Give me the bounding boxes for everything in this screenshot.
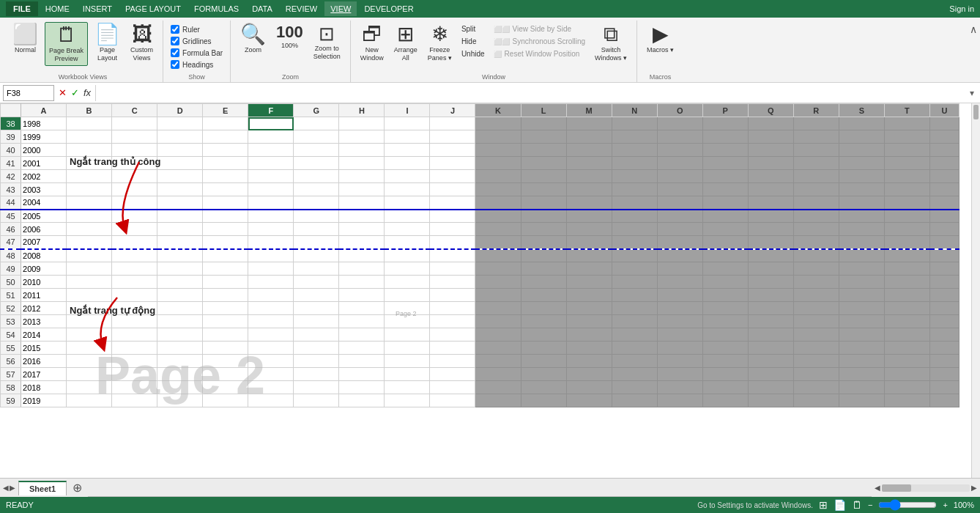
cell-R58[interactable] <box>793 381 839 394</box>
cell-L57[interactable] <box>521 368 566 381</box>
ribbon-btn-reset-window[interactable]: ⬜ Reset Window Position <box>491 48 589 59</box>
ribbon-btn-custom-views[interactable]: 🖼 CustomViews <box>127 22 157 64</box>
cell-R46[interactable] <box>793 223 839 236</box>
cell-P51[interactable] <box>702 289 748 302</box>
cell-Q59[interactable] <box>748 394 793 407</box>
sheet-scroll-right-icon[interactable]: ▶ <box>10 484 15 492</box>
cell-B42[interactable] <box>67 170 112 183</box>
cell-K45[interactable] <box>475 210 521 223</box>
cell-A55[interactable]: 2015 <box>21 342 67 355</box>
cell-P58[interactable] <box>702 381 748 394</box>
cell-M59[interactable] <box>566 394 612 407</box>
cell-B49[interactable] <box>67 262 112 276</box>
cell-L49[interactable] <box>521 262 566 276</box>
cell-I41[interactable] <box>385 157 430 170</box>
cell-K53[interactable] <box>475 315 521 328</box>
cell-E38[interactable] <box>203 117 248 130</box>
cell-J59[interactable] <box>430 394 475 407</box>
cell-C50[interactable] <box>112 276 157 289</box>
cell-B58[interactable] <box>67 381 112 394</box>
cell-R52[interactable] <box>793 302 839 315</box>
cell-O51[interactable] <box>657 289 702 302</box>
cell-J52[interactable] <box>430 302 475 315</box>
cell-P46[interactable] <box>702 223 748 236</box>
cell-C58[interactable] <box>112 381 157 394</box>
cell-R54[interactable] <box>793 328 839 342</box>
cell-I44[interactable] <box>385 196 430 210</box>
cell-R43[interactable] <box>793 183 839 196</box>
cell-S56[interactable] <box>839 355 884 368</box>
cell-N53[interactable] <box>612 315 657 328</box>
ruler-checkbox-label[interactable]: Ruler <box>169 24 201 34</box>
cell-L45[interactable] <box>521 210 566 223</box>
cell-N44[interactable] <box>612 196 657 210</box>
cell-Q52[interactable] <box>748 302 793 315</box>
cell-B38[interactable] <box>67 117 112 130</box>
cell-S54[interactable] <box>839 328 884 342</box>
cell-U43[interactable] <box>929 183 959 196</box>
ribbon-btn-zoom-100[interactable]: 100 100% <box>272 22 307 52</box>
cell-B55[interactable] <box>67 342 112 355</box>
cell-C52[interactable] <box>112 302 157 315</box>
scrollbar-thumb[interactable] <box>973 105 979 119</box>
cell-N55[interactable] <box>612 342 657 355</box>
cell-U47[interactable] <box>929 236 959 249</box>
cell-M55[interactable] <box>566 342 612 355</box>
cell-Q43[interactable] <box>748 183 793 196</box>
cell-D50[interactable] <box>157 276 203 289</box>
cell-H47[interactable] <box>339 236 385 249</box>
cell-G54[interactable] <box>294 328 339 342</box>
ribbon-collapse-icon[interactable]: ∧ <box>970 23 977 35</box>
cell-F40[interactable] <box>248 144 294 157</box>
cell-U57[interactable] <box>929 368 959 381</box>
cell-H43[interactable] <box>339 183 385 196</box>
formula-bar-checkbox-label[interactable]: Formula Bar <box>169 48 224 58</box>
cell-S40[interactable] <box>839 144 884 157</box>
ribbon-btn-page-layout[interactable]: 📄 PageLayout <box>91 22 124 64</box>
cell-I43[interactable] <box>385 183 430 196</box>
cell-R44[interactable] <box>793 196 839 210</box>
cell-I55[interactable] <box>385 342 430 355</box>
cell-B45[interactable] <box>67 210 112 223</box>
cell-F50[interactable] <box>248 276 294 289</box>
cell-H38[interactable] <box>339 117 385 130</box>
cell-K42[interactable] <box>475 170 521 183</box>
cell-U42[interactable] <box>929 170 959 183</box>
cell-D43[interactable] <box>157 183 203 196</box>
cell-K49[interactable] <box>475 262 521 276</box>
cell-Q47[interactable] <box>748 236 793 249</box>
ribbon-btn-zoom-selection[interactable]: ⊡ Zoom toSelection <box>310 22 344 63</box>
cell-T57[interactable] <box>884 368 929 381</box>
cell-H53[interactable] <box>339 315 385 328</box>
cell-F39[interactable] <box>248 130 294 144</box>
cell-C44[interactable] <box>112 196 157 210</box>
cell-C41[interactable] <box>112 157 157 170</box>
cell-T40[interactable] <box>884 144 929 157</box>
cell-T47[interactable] <box>884 236 929 249</box>
ribbon-btn-split[interactable]: Split <box>459 23 488 34</box>
cell-H48[interactable] <box>339 249 385 262</box>
cell-E55[interactable] <box>203 342 248 355</box>
cell-S47[interactable] <box>839 236 884 249</box>
cell-L42[interactable] <box>521 170 566 183</box>
cell-N51[interactable] <box>612 289 657 302</box>
cell-A45[interactable]: 2005 <box>21 210 67 223</box>
cell-C45[interactable] <box>112 210 157 223</box>
cell-M54[interactable] <box>566 328 612 342</box>
cell-G42[interactable] <box>294 170 339 183</box>
cell-P50[interactable] <box>702 276 748 289</box>
cell-I57[interactable] <box>385 368 430 381</box>
name-box[interactable] <box>3 85 54 101</box>
cell-F53[interactable] <box>248 315 294 328</box>
cell-R45[interactable] <box>793 210 839 223</box>
cell-M43[interactable] <box>566 183 612 196</box>
cell-D55[interactable] <box>157 342 203 355</box>
cell-Q42[interactable] <box>748 170 793 183</box>
cell-U45[interactable] <box>929 210 959 223</box>
cell-D42[interactable] <box>157 170 203 183</box>
cell-S48[interactable] <box>839 249 884 262</box>
cell-K59[interactable] <box>475 394 521 407</box>
cell-Q53[interactable] <box>748 315 793 328</box>
cell-B46[interactable] <box>67 223 112 236</box>
page-layout-status-icon[interactable]: 📄 <box>834 499 846 511</box>
